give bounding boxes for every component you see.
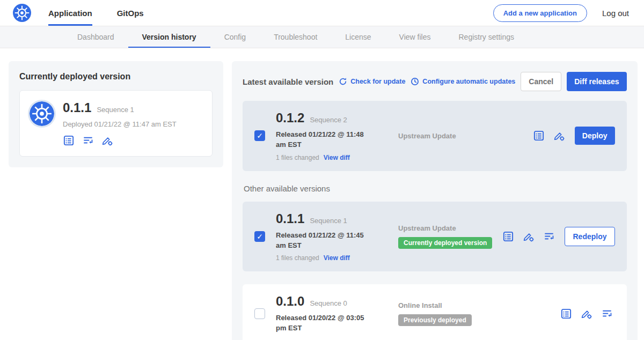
schedule-icon xyxy=(411,77,419,86)
subnav-config[interactable]: Config xyxy=(210,26,260,48)
release-notes-icon[interactable] xyxy=(63,135,75,146)
refresh-icon xyxy=(339,77,347,86)
deployed-version-number: 0.1.1 xyxy=(63,100,91,115)
version-source: Upstream Update xyxy=(398,224,502,232)
configure-auto-updates-label: Configure automatic updates xyxy=(422,78,515,85)
logout-link[interactable]: Log out xyxy=(602,9,629,18)
subnav-registry-settings[interactable]: Registry settings xyxy=(444,26,528,48)
version-source: Online Install xyxy=(398,301,560,309)
tab-gitops[interactable]: GitOps xyxy=(117,0,144,26)
subnav-dashboard[interactable]: Dashboard xyxy=(63,26,128,48)
latest-version-header: Latest available version Check for updat… xyxy=(243,72,627,91)
version-released: Released 01/21/22 @ 11:45 am EST xyxy=(276,231,374,251)
subnav-view-files[interactable]: View files xyxy=(385,26,445,48)
previously-deployed-badge: Previously deployed xyxy=(398,314,472,326)
diff-releases-button[interactable]: Diff releases xyxy=(567,72,626,91)
view-diff-link[interactable]: View diff xyxy=(324,254,350,262)
app-logo-wrap xyxy=(13,0,31,26)
currently-deployed-badge: Currently deployed version xyxy=(398,237,492,249)
add-new-application-button[interactable]: Add a new application xyxy=(493,4,587,22)
release-notes-icon[interactable] xyxy=(533,130,545,142)
deployed-timestamp: Deployed 01/21/22 @ 11:47 am EST xyxy=(63,120,177,128)
version-sequence: Sequence 1 xyxy=(310,217,347,225)
top-tabs: Application GitOps xyxy=(48,0,169,26)
subnav-troubleshoot[interactable]: Troubleshoot xyxy=(260,26,331,48)
files-changed-label: 1 files changed xyxy=(276,154,319,161)
version-checkbox[interactable] xyxy=(254,231,265,242)
check-for-update-link[interactable]: Check for update xyxy=(339,77,405,86)
version-number: 0.1.0 xyxy=(276,294,304,309)
check-for-update-label: Check for update xyxy=(350,78,405,85)
edit-config-icon[interactable] xyxy=(581,308,592,320)
configure-auto-updates-link[interactable]: Configure automatic updates xyxy=(411,77,515,86)
version-checkbox[interactable] xyxy=(254,308,265,319)
version-released: Released 01/21/22 @ 11:48 am EST xyxy=(276,130,374,150)
version-number: 0.1.2 xyxy=(276,110,304,125)
deployed-version-sequence: Sequence 1 xyxy=(97,106,134,114)
header-right: Add a new application Log out xyxy=(493,0,629,26)
logs-icon[interactable] xyxy=(82,135,94,146)
logs-icon[interactable] xyxy=(543,231,555,242)
app-subnav: Dashboard Version history Config Trouble… xyxy=(0,26,644,48)
version-row-0-1-0: 0.1.0 Sequence 0 Released 01/20/22 @ 03:… xyxy=(243,284,627,340)
kubernetes-logo xyxy=(13,4,31,22)
version-source: Upstream Update xyxy=(398,132,533,140)
release-notes-icon[interactable] xyxy=(560,308,572,320)
version-row-0-1-1: 0.1.1 Sequence 1 Released 01/21/22 @ 11:… xyxy=(243,202,627,272)
version-row-0-1-2: 0.1.2 Sequence 2 Released 01/21/22 @ 11:… xyxy=(243,101,627,171)
version-sequence: Sequence 0 xyxy=(310,299,347,307)
latest-version-panel: Latest available version Check for updat… xyxy=(232,61,638,340)
edit-config-icon[interactable] xyxy=(553,130,565,142)
subnav-version-history[interactable]: Version history xyxy=(128,26,210,48)
redeploy-button[interactable]: Redeploy xyxy=(565,227,614,246)
tab-application[interactable]: Application xyxy=(48,0,92,26)
subnav-license[interactable]: License xyxy=(331,26,385,48)
kubernetes-logo xyxy=(30,101,54,126)
logs-icon[interactable] xyxy=(601,308,613,320)
version-number: 0.1.1 xyxy=(276,211,304,226)
edit-config-icon[interactable] xyxy=(523,231,535,242)
version-released: Released 01/20/22 @ 03:05 pm EST xyxy=(276,313,374,334)
top-header: Application GitOps Add a new application… xyxy=(0,0,644,26)
version-sequence: Sequence 2 xyxy=(310,116,347,124)
files-changed-label: 1 files changed xyxy=(276,254,319,262)
deploy-button[interactable]: Deploy xyxy=(575,127,615,145)
cancel-button[interactable]: Cancel xyxy=(521,72,561,91)
deployed-version-card: 0.1.1 Sequence 1 Deployed 01/21/22 @ 11:… xyxy=(19,90,213,157)
main-content: Currently deployed version 0.1.1 Sequenc… xyxy=(0,48,644,340)
edit-config-icon[interactable] xyxy=(101,135,113,146)
currently-deployed-panel: Currently deployed version 0.1.1 Sequenc… xyxy=(9,61,223,167)
other-versions-title: Other available versions xyxy=(244,184,626,193)
release-notes-icon[interactable] xyxy=(502,231,514,242)
latest-version-title: Latest available version xyxy=(243,77,333,86)
currently-deployed-title: Currently deployed version xyxy=(19,72,213,82)
version-checkbox[interactable] xyxy=(254,130,265,141)
view-diff-link[interactable]: View diff xyxy=(324,154,350,161)
